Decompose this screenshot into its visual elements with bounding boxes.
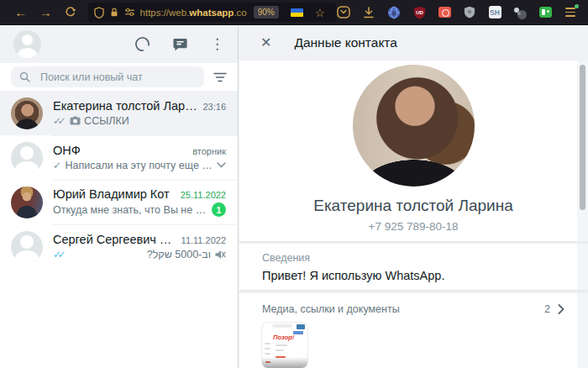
chat-preview: ССЫЛКИ — [84, 115, 226, 127]
new-chat-icon[interactable] — [172, 37, 188, 52]
extensions-row: UD SH — [336, 5, 581, 20]
contact-profile-photo[interactable] — [353, 65, 475, 187]
media-label: Медиа, ссылки и документы — [262, 303, 544, 315]
contact-panel-header: ✕ Данные контакта — [239, 25, 588, 60]
globe-extension-icon[interactable] — [386, 5, 402, 20]
bookmark-star-icon[interactable]: ☆ — [315, 6, 325, 19]
chat-preview: Написали на эту почту еще неделю... — [66, 160, 213, 171]
chat-name: Екатерина толстой Ларина — [53, 99, 197, 113]
zoom-level-badge[interactable]: 90% — [254, 6, 279, 18]
browser-toolbar: ← → https://web.whatsapp.co 90% ☆ — [0, 0, 588, 25]
search-input[interactable] — [40, 71, 196, 83]
my-profile-avatar[interactable] — [13, 30, 41, 58]
menu-notification-dot — [575, 4, 579, 8]
permissions-icon[interactable] — [124, 8, 135, 17]
ukraine-flag-icon[interactable] — [291, 8, 303, 17]
about-label: Сведения — [262, 252, 564, 264]
chat-time: 23:16 — [202, 102, 226, 112]
single-tick-icon: ✓ — [53, 160, 62, 171]
ud-shield-extension-icon[interactable]: UD — [412, 5, 427, 20]
profile-card: Екатерина толстой Ларина +7 925 789-80-1… — [239, 60, 588, 241]
ud-label: UD — [416, 9, 423, 14]
chat-time: вторник — [192, 146, 226, 156]
chat-row-ekaterina[interactable]: Екатерина толстой Ларина 23:16 ✓✓ ССЫЛКИ — [0, 91, 238, 135]
chat-name: Юрий Владимир Кот — [53, 187, 170, 201]
pocket-extension-icon[interactable] — [336, 5, 351, 20]
chat-preview: וב-5000 שקל? — [70, 249, 211, 260]
media-count: 2 — [544, 303, 550, 315]
chat-avatar — [11, 187, 43, 218]
filter-chats-icon[interactable] — [213, 72, 227, 82]
chat-avatar — [11, 97, 43, 129]
camera-media-icon — [70, 116, 81, 125]
chat-preview: Откуда мне знать, что Вы не сбушник? — [53, 204, 208, 216]
tracking-shield-icon[interactable] — [94, 7, 104, 18]
close-icon[interactable]: ✕ — [260, 36, 271, 50]
about-card: Сведения Привет! Я использую WhatsApp. — [239, 244, 588, 290]
media-section-header[interactable]: Медиа, ссылки и документы 2 — [262, 303, 564, 315]
contact-name: Екатерина толстой Ларина — [239, 197, 588, 215]
double-tick-read-icon: ✓✓ — [53, 249, 66, 260]
unread-count-badge: 1 — [212, 202, 226, 217]
chat-list-sidebar: ⋮ Екатерина толстой Ларина 23:16 — [0, 25, 239, 368]
back-icon[interactable]: ← — [8, 0, 34, 24]
search-box[interactable] — [11, 66, 204, 87]
contact-phone: +7 925 789-80-18 — [239, 220, 588, 233]
url-bar[interactable]: https://web.whatsapp.co 90% ☆ — [88, 3, 336, 22]
sidebar-header: ⋮ — [0, 25, 238, 63]
status-icon[interactable] — [134, 36, 150, 52]
lock-icon[interactable] — [109, 7, 119, 18]
chat-time: 25.11.2022 — [181, 190, 226, 200]
chevron-right-icon[interactable] — [558, 304, 564, 314]
chat-avatar-placeholder — [11, 142, 43, 174]
sh-extension-icon[interactable]: SH — [487, 5, 502, 20]
media-thumbnail[interactable]: Позор! — [262, 323, 307, 368]
media-card: Медиа, ссылки и документы 2 Позор! — [239, 293, 588, 368]
screenshot-camera-extension-icon[interactable] — [437, 5, 452, 20]
panel-title: Данные контакта — [294, 35, 397, 50]
forward-icon[interactable]: → — [34, 0, 59, 24]
url-text[interactable]: https://web.whatsapp.co — [140, 8, 247, 18]
chat-avatar-placeholder — [11, 231, 43, 263]
chat-name: ОНФ — [53, 144, 81, 157]
reload-icon[interactable] — [58, 0, 83, 25]
search-row — [0, 63, 238, 91]
gray-shield-extension-icon[interactable] — [462, 5, 477, 20]
thumbnail-headline: Позор! — [273, 334, 294, 341]
chevron-down-icon[interactable] — [217, 162, 226, 168]
double-tick-icon: ✓✓ — [53, 115, 66, 127]
muted-icon — [214, 250, 226, 260]
chat-row-yuri[interactable]: Юрий Владимир Кот 25.11.2022 Откуда мне … — [0, 180, 238, 224]
whatsapp-window: ⋮ Екатерина толстой Ларина 23:16 — [0, 25, 588, 368]
chat-time: 11.11.2022 — [181, 235, 226, 245]
panel-scrollbar-thumb[interactable] — [580, 65, 585, 210]
chat-list: Екатерина толстой Ларина 23:16 ✓✓ ССЫЛКИ — [0, 91, 238, 368]
browser-menu-icon[interactable] — [563, 5, 578, 20]
chat-row-sergey[interactable]: Сергей Сергеевич Орлов 11.11.2022 ✓✓ וב-… — [0, 224, 238, 269]
chat-name: Сергей Сергеевич Орлов — [53, 233, 176, 246]
contact-info-panel: ✕ Данные контакта Екатерина толстой Лари… — [239, 25, 588, 368]
chat-row-onf[interactable]: ОНФ вторник ✓ Написали на эту почту еще … — [0, 135, 238, 180]
sidebar-menu-icon[interactable]: ⋮ — [210, 37, 224, 51]
about-text: Привет! Я использую WhatsApp. — [262, 269, 564, 282]
spheres-extension-icon[interactable] — [512, 5, 528, 20]
search-icon — [19, 71, 30, 82]
downloads-icon[interactable] — [361, 5, 376, 20]
green-extension-icon[interactable] — [538, 5, 553, 20]
